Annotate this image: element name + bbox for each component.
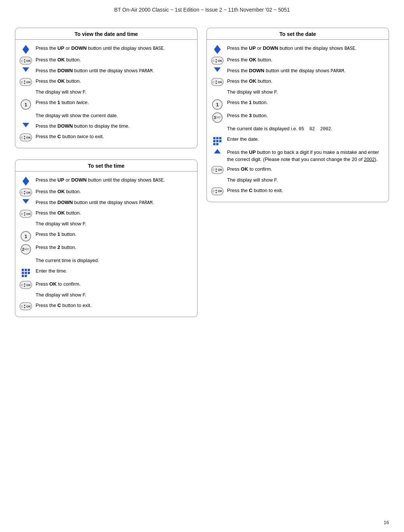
step-text: Press the 2 button. — [36, 244, 193, 251]
step-text: Press the OK button. — [36, 188, 193, 195]
ok-button-icon: C ▲▼ OK — [211, 78, 224, 86]
ok-button-icon: C ▲▼ OK — [19, 188, 33, 197]
step-row: 3DEF Press the 3 button. — [211, 111, 385, 124]
ok-button-icon: C ▲▼ OK — [211, 166, 224, 174]
set-time-steps: Press the UP or DOWN button until the di… — [15, 175, 197, 311]
ok-button-icon: C ▲▼ OK — [211, 57, 224, 65]
left-column: To view the date and time Press the UP o… — [15, 28, 198, 317]
step-text: Press the DOWN button until the display … — [227, 67, 385, 75]
step-row: C ▲▼ OK Press the OK button. — [211, 55, 385, 66]
step-row: C ▲▼ OK Press the OK button. — [19, 55, 193, 66]
step-row: 1 Press the 1 button. — [19, 229, 193, 243]
step-text: Press the 1 button. — [36, 231, 193, 238]
grid-icon — [19, 268, 33, 278]
step-row: 1 Press the 1 button. — [211, 98, 385, 111]
step-text: The display will show F. — [36, 291, 193, 299]
step-row: C ▲▼ OK Press the OK button. — [19, 187, 193, 198]
step-row: C ▲▼ OK Press the C button twice to exit… — [19, 132, 193, 143]
step-text: The display will show F. — [36, 220, 193, 228]
step-row: Enter the time. — [19, 266, 193, 279]
step-row: Press the UP or DOWN button until the di… — [19, 175, 193, 187]
step-row: Press the DOWN button until the display … — [211, 66, 385, 76]
step-row: The display will show F. — [19, 219, 193, 229]
step-text: Press the OK button. — [227, 56, 385, 64]
step-row: 1 Press the 1 button twice. — [19, 98, 193, 111]
step-text: Press the UP or DOWN button until the di… — [36, 176, 193, 184]
step-text: Press the OK button. — [227, 77, 385, 85]
step-text: Press the DOWN button until the display … — [36, 67, 193, 75]
step-text: Press the DOWN button to display the tim… — [36, 122, 193, 130]
set-date-steps: Press the UP or DOWN button until the di… — [207, 43, 389, 197]
set-time-box: To set the time Press the UP or DOWN but… — [15, 159, 198, 317]
svg-rect-10 — [219, 137, 221, 139]
step-row: Press the UP or DOWN button until the di… — [211, 43, 385, 55]
svg-rect-2 — [28, 269, 30, 271]
header-title: BT On-Air 2000 Classic ~ 1st Edition ~ I… — [114, 7, 290, 13]
view-date-time-steps: Press the UP or DOWN button until the di… — [15, 43, 197, 143]
page-number: 16 — [384, 520, 389, 525]
step-row: C ▲▼ OK Press the C button to exit. — [211, 186, 385, 197]
down-icon — [19, 123, 33, 127]
page-header: BT On-Air 2000 Classic ~ 1st Edition ~ I… — [0, 0, 404, 16]
view-date-time-box: To view the date and time Press the UP o… — [15, 28, 198, 148]
step-row: The display will show F. — [211, 87, 385, 98]
step-text: Press the OK button. — [36, 209, 193, 217]
step-text: Enter the date. — [227, 136, 385, 143]
step-text: Press the 1 button twice. — [36, 99, 193, 106]
step-text: Press the DOWN button until the display … — [36, 199, 193, 206]
down-icon — [211, 67, 224, 72]
set-time-title: To set the time — [15, 160, 197, 171]
step-row: C ▲▼ OK Press the OK button. — [211, 76, 385, 87]
svg-rect-13 — [219, 140, 221, 142]
step-row: Enter the date. — [211, 134, 385, 148]
ok-button-icon: C ▲▼ OK — [19, 133, 33, 142]
step-row: Press the DOWN button until the display … — [19, 66, 193, 76]
num3-icon: 3DEF — [211, 112, 224, 123]
svg-rect-7 — [25, 275, 27, 277]
step-text: The display will show the current date. — [36, 112, 193, 119]
step-row: Press the UP button to go back a digit i… — [211, 148, 385, 164]
svg-rect-14 — [213, 143, 215, 145]
step-text: The display will show F. — [227, 88, 385, 96]
step-text: Press OK to confirm. — [227, 165, 385, 173]
step-row: The display will show the current date. — [19, 111, 193, 121]
ok-button-icon: C ▲▼ OK — [19, 57, 33, 65]
updown-icon — [19, 45, 33, 54]
ok-button-icon: C ▲▼ OK — [19, 210, 33, 218]
svg-rect-0 — [22, 269, 24, 271]
svg-rect-3 — [22, 272, 24, 274]
step-text: Press the C button twice to exit. — [36, 133, 193, 140]
step-text: Press the C button to exit. — [227, 187, 385, 194]
step-row: The display will show F. — [19, 290, 193, 301]
svg-rect-15 — [216, 143, 218, 145]
svg-rect-5 — [28, 272, 30, 274]
step-row: Press the DOWN button until the display … — [19, 198, 193, 208]
step-text: Press the OK button. — [36, 77, 193, 85]
svg-rect-4 — [25, 272, 27, 274]
step-text: Press the 3 button. — [227, 112, 385, 119]
svg-rect-1 — [25, 269, 27, 271]
ok-button-icon: C ▲▼ OK — [19, 302, 33, 310]
step-row: Press the DOWN button to display the tim… — [19, 121, 193, 132]
step-row: The display will show F. — [211, 175, 385, 186]
svg-rect-6 — [22, 275, 24, 277]
ok-button-icon: C ▲▼ OK — [211, 187, 224, 195]
step-row: The current time is displayed. — [19, 256, 193, 266]
ok-button-icon: C ▲▼ OK — [19, 78, 33, 86]
step-text: Press OK to confirm. — [36, 280, 193, 288]
step-text: Press the UP or DOWN button until the di… — [227, 45, 385, 52]
down-icon — [19, 67, 33, 72]
step-text: Press the OK button. — [36, 56, 193, 64]
num2-icon: 2ABC — [19, 244, 33, 255]
num1-icon: 1 — [19, 231, 33, 241]
svg-rect-12 — [216, 140, 218, 142]
step-text: The current date is displayed i.e. 05 02… — [227, 125, 385, 133]
step-row: C ▲▼ OK Press the OK button. — [19, 76, 193, 87]
step-text: Press the UP or DOWN button until the di… — [36, 45, 193, 52]
step-row: Press the UP or DOWN button until the di… — [19, 43, 193, 55]
svg-rect-11 — [213, 140, 215, 142]
step-text: The display will show F. — [36, 88, 193, 96]
view-date-time-title: To view the date and time — [15, 28, 197, 40]
step-row: C ▲▼ OK Press the OK button. — [19, 208, 193, 219]
grid-icon — [211, 136, 224, 146]
